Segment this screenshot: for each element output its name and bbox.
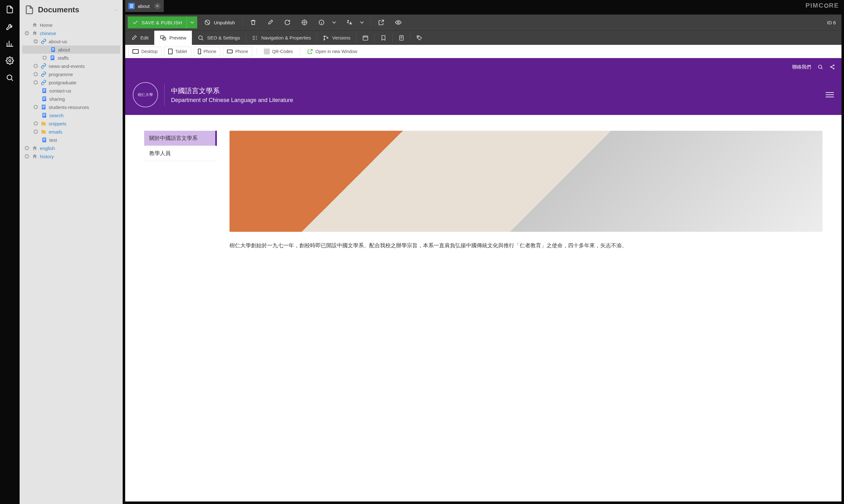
info-dropdown-button[interactable]	[329, 16, 340, 29]
tree-node-history[interactable]: history	[22, 152, 120, 160]
tab-seo[interactable]: SEO & Settings	[192, 31, 246, 45]
expand-icon[interactable]	[33, 121, 38, 126]
page-icon	[50, 47, 56, 53]
svg-point-1	[7, 75, 12, 79]
preview-visibility-button[interactable]	[391, 16, 406, 29]
expand-icon[interactable]	[33, 63, 38, 69]
tree-node-emails[interactable]: emails	[22, 128, 120, 136]
svg-rect-25	[35, 81, 36, 84]
target-button[interactable]	[297, 16, 312, 29]
document-id-label: ID 6	[827, 20, 836, 25]
tab-edit[interactable]: Edit	[125, 31, 154, 45]
nav-analytics[interactable]	[3, 37, 16, 50]
tree-node-postgraduate[interactable]: postgraduate	[22, 78, 120, 87]
sidebar-collapse-icon[interactable]: →	[113, 7, 118, 12]
home-icon	[32, 30, 38, 36]
nav-search[interactable]	[3, 71, 16, 84]
expand-icon[interactable]	[33, 79, 38, 85]
share-icon[interactable]	[829, 64, 835, 70]
phone-landscape-icon	[227, 50, 232, 53]
tree-node-staffs[interactable]: staffs	[22, 54, 120, 62]
svg-point-78	[833, 68, 834, 69]
delete-button[interactable]	[246, 16, 260, 29]
tab-schedule[interactable]	[357, 31, 374, 45]
page-icon	[41, 88, 47, 94]
phone-icon	[198, 49, 201, 54]
svg-point-76	[833, 65, 834, 66]
tab-bookmark[interactable]	[375, 31, 392, 45]
svg-rect-8	[52, 49, 54, 50]
tree-label: sharing	[49, 96, 65, 102]
device-desktop-button[interactable]: Desktop	[128, 47, 161, 56]
site-contact-link[interactable]: 聯絡我們	[792, 64, 811, 70]
tree-node-sharing[interactable]: sharing	[22, 95, 120, 103]
expand-icon[interactable]	[33, 71, 38, 77]
side-menu-about[interactable]: 關於中國語言文學系	[144, 131, 217, 146]
tree-node-news[interactable]: news-and-events	[22, 62, 120, 70]
tab-preview[interactable]: Preview	[154, 31, 192, 45]
content-hero-image	[229, 131, 823, 232]
tree-node-chinese[interactable]: chinese	[22, 29, 120, 37]
search-icon[interactable]	[817, 64, 823, 70]
home-icon	[32, 22, 38, 28]
translate-dropdown-button[interactable]	[357, 16, 367, 29]
folder-icon	[40, 120, 47, 127]
tab-versions[interactable]: Versions	[317, 31, 356, 45]
rename-button[interactable]	[263, 16, 278, 29]
save-dropdown-button[interactable]	[187, 16, 197, 29]
tab-tags[interactable]	[411, 31, 428, 45]
unpublish-label: Unpublish	[214, 20, 235, 25]
tree-node-about-us[interactable]: about-us	[22, 37, 120, 46]
info-button[interactable]	[314, 16, 329, 29]
tree-node-about[interactable]: about	[22, 46, 120, 54]
tree-node-test[interactable]: test	[22, 136, 120, 144]
nav-settings[interactable]	[3, 54, 16, 67]
tree-node-search[interactable]: search	[22, 111, 120, 119]
document-tab-about[interactable]: about	[125, 0, 164, 12]
expand-icon[interactable]	[24, 145, 30, 151]
tree-label: search	[49, 113, 64, 118]
translate-button[interactable]	[342, 16, 357, 29]
site-logo[interactable]: 樹仁大學	[133, 82, 158, 107]
tree-label: chinese	[40, 31, 56, 36]
tree-node-english[interactable]: english	[22, 144, 120, 152]
collapse-icon[interactable]	[33, 38, 38, 44]
tree-label: emails	[49, 129, 62, 134]
device-phone-button[interactable]: Phone	[194, 47, 220, 56]
tree-node-home[interactable]: Home	[22, 21, 120, 29]
tree-node-students-resources[interactable]: students-resources	[22, 103, 120, 111]
open-new-window-button[interactable]: Open in new Window	[305, 49, 360, 54]
qr-codes-button[interactable]: QR-Codes	[261, 49, 296, 54]
side-menu-staff[interactable]: 教學人員	[144, 146, 217, 161]
device-tablet-button[interactable]: Tablet	[164, 47, 191, 56]
document-tree: Home chinese about-us about staffs	[20, 20, 123, 162]
expand-icon[interactable]	[24, 154, 30, 159]
tree-node-snippets[interactable]: snippets	[22, 119, 120, 128]
folder-icon	[40, 128, 47, 135]
svg-rect-5	[34, 41, 37, 42]
tab-notes[interactable]	[393, 31, 410, 45]
tree-node-contact[interactable]: contact-us	[22, 87, 120, 95]
svg-rect-3	[25, 33, 28, 34]
expand-icon[interactable]	[42, 55, 47, 61]
document-tab-label: about	[138, 3, 150, 9]
tree-label: english	[40, 146, 55, 151]
expand-icon[interactable]	[33, 129, 38, 134]
tree-label: students-resources	[49, 105, 89, 110]
close-tab-icon[interactable]	[154, 3, 160, 9]
nav-tools[interactable]	[3, 20, 16, 33]
tree-node-programme[interactable]: programme	[22, 70, 120, 78]
save-publish-label: SAVE & PUBLISH	[142, 20, 182, 25]
tab-navigation[interactable]: Navigation & Properties	[246, 31, 317, 45]
collapse-icon[interactable]	[24, 30, 30, 36]
reload-button[interactable]	[280, 16, 295, 29]
tree-label: snippets	[49, 121, 66, 126]
save-publish-button[interactable]: SAVE & PUBLISH	[128, 16, 187, 29]
device-phone-landscape-button[interactable]: Phone	[223, 47, 252, 56]
hamburger-menu-icon[interactable]	[826, 92, 834, 97]
documents-icon	[25, 5, 34, 15]
nav-documents[interactable]	[3, 3, 16, 16]
open-external-button[interactable]	[374, 16, 389, 29]
expand-icon[interactable]	[33, 104, 38, 110]
unpublish-button[interactable]: Unpublish	[200, 16, 239, 29]
